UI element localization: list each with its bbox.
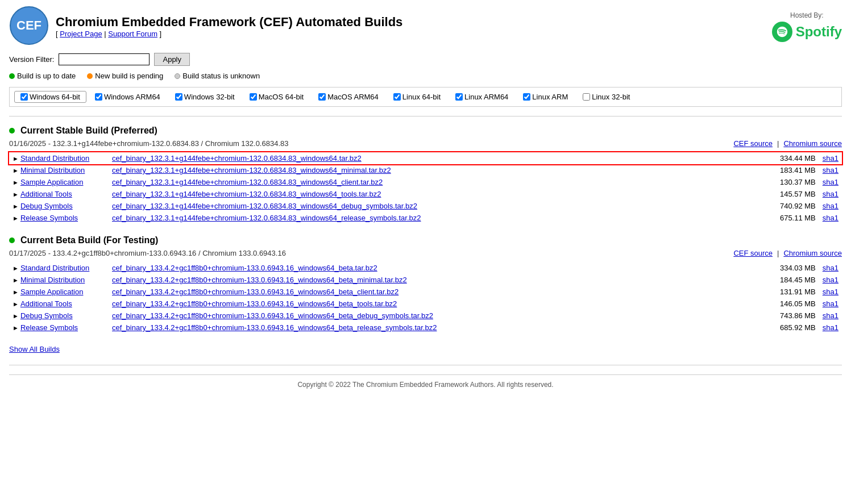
platform-tab-winarm64[interactable]: Windows ARM64: [89, 91, 167, 103]
stable-source-separator: |: [777, 139, 779, 148]
row-file-beta-minimal: cef_binary_133.4.2+gc1ff8b0+chromium-133…: [109, 274, 768, 286]
legend-uptodate: Build is up to date: [9, 72, 76, 80]
version-filter-input[interactable]: [59, 53, 150, 65]
version-filter-row: Version Filter: Apply: [9, 53, 842, 66]
table-row-beta-tools: ►Additional Toolscef_binary_133.4.2+gc1f…: [9, 298, 842, 310]
file-link-stable-debug[interactable]: cef_binary_132.3.1+g144febe+chromium-132…: [112, 202, 417, 210]
row-sha-stable-standard: sha1: [819, 152, 842, 164]
sha-link-beta-tools[interactable]: sha1: [823, 299, 838, 308]
platform-checkbox-winarm64[interactable]: [95, 93, 102, 101]
stable-cef-source-link[interactable]: CEF source: [733, 139, 773, 148]
footer-text: Copyright © 2022 The Chromium Embedded F…: [297, 381, 553, 389]
row-sha-beta-tools: sha1: [819, 298, 842, 310]
row-label-beta-debug: ►Debug Symbols: [9, 310, 109, 322]
platform-checkbox-linux64[interactable]: [393, 93, 401, 101]
row-file-stable-debug: cef_binary_132.3.1+g144febe+chromium-132…: [109, 200, 768, 212]
beta-status-dot: [9, 238, 15, 243]
show-all-builds-link[interactable]: Show All Builds: [9, 345, 60, 353]
platform-tab-label-win64: Windows 64-bit: [30, 93, 80, 101]
beta-cef-source-link[interactable]: CEF source: [733, 249, 773, 257]
platform-tab-label-macos64: MacOS 64-bit: [259, 93, 304, 101]
platform-tab-macosarm64[interactable]: MacOS ARM64: [312, 91, 385, 103]
platform-tab-label-win32: Windows 32-bit: [184, 93, 235, 101]
beta-section-title: Current Beta Build (For Testing): [9, 235, 842, 245]
sha-link-beta-sample[interactable]: sha1: [823, 288, 838, 296]
header-left: CEF Chromium Embedded Framework (CEF) Au…: [9, 6, 402, 47]
sha-link-beta-debug[interactable]: sha1: [823, 311, 838, 320]
platform-checkbox-linuxarm64[interactable]: [455, 93, 463, 101]
sha-link-stable-debug[interactable]: sha1: [823, 202, 838, 210]
table-row-stable-release: ►Release Symbolscef_binary_132.3.1+g144f…: [9, 212, 842, 224]
row-sha-beta-minimal: sha1: [819, 274, 842, 286]
table-row-stable-sample: ►Sample Applicationcef_binary_132.3.1+g1…: [9, 176, 842, 188]
platform-checkbox-linux32[interactable]: [583, 93, 590, 101]
file-link-beta-sample[interactable]: cef_binary_133.4.2+gc1ff8b0+chromium-133…: [112, 288, 398, 296]
row-label-beta-tools: ►Additional Tools: [9, 298, 109, 310]
platform-checkbox-macos64[interactable]: [250, 93, 257, 101]
row-label-stable-tools: ►Additional Tools: [9, 188, 109, 200]
sha-link-stable-sample[interactable]: sha1: [823, 178, 838, 186]
platform-tab-linuxarm64[interactable]: Linux ARM64: [449, 91, 514, 103]
hosted-by-label: Hosted By:: [772, 11, 842, 19]
stable-subtitle: 01/16/2025 - 132.3.1+g144febe+chromium-1…: [9, 139, 842, 148]
row-sha-beta-debug: sha1: [819, 310, 842, 322]
sha-link-stable-release[interactable]: sha1: [823, 214, 838, 222]
sha-link-stable-standard[interactable]: sha1: [823, 154, 838, 163]
sha-link-stable-tools[interactable]: sha1: [823, 190, 838, 198]
row-size-beta-tools: 146.05 MB: [768, 298, 819, 310]
platform-tab-linux64[interactable]: Linux 64-bit: [387, 91, 447, 103]
row-label-beta-sample: ►Sample Application: [9, 286, 109, 298]
platform-tab-linux32[interactable]: Linux 32-bit: [576, 91, 636, 103]
platform-tab-linuxarm[interactable]: Linux ARM: [517, 91, 574, 103]
sha-link-beta-release[interactable]: sha1: [823, 323, 838, 332]
file-link-stable-sample[interactable]: cef_binary_132.3.1+g144febe+chromium-132…: [112, 178, 383, 186]
file-link-beta-minimal[interactable]: cef_binary_133.4.2+gc1ff8b0+chromium-133…: [112, 276, 407, 284]
sha-link-stable-minimal[interactable]: sha1: [823, 166, 838, 174]
sha-link-beta-standard[interactable]: sha1: [823, 264, 838, 272]
project-page-link[interactable]: Project Page: [60, 30, 102, 38]
row-file-beta-release: cef_binary_133.4.2+gc1ff8b0+chromium-133…: [109, 322, 768, 334]
platform-tab-win32[interactable]: Windows 32-bit: [169, 91, 241, 103]
svg-text:CEF: CEF: [16, 18, 41, 32]
spotify-label: Spotify: [796, 24, 842, 40]
page-title: Chromium Embedded Framework (CEF) Automa…: [56, 15, 402, 30]
stable-status-dot: [9, 128, 15, 134]
cef-logo: CEF: [9, 6, 49, 47]
page-header: CEF Chromium Embedded Framework (CEF) Au…: [9, 6, 842, 47]
row-size-beta-minimal: 184.45 MB: [768, 274, 819, 286]
beta-title-text: Current Beta Build (For Testing): [20, 235, 158, 245]
platform-checkbox-macosarm64[interactable]: [318, 93, 326, 101]
file-link-beta-debug[interactable]: cef_binary_133.4.2+gc1ff8b0+chromium-133…: [112, 311, 433, 320]
table-row-beta-sample: ►Sample Applicationcef_binary_133.4.2+gc…: [9, 286, 842, 298]
file-link-stable-standard[interactable]: cef_binary_132.3.1+g144febe+chromium-132…: [112, 154, 362, 163]
spotify-logo: Spotify: [772, 22, 842, 42]
sha-link-beta-minimal[interactable]: sha1: [823, 276, 838, 284]
platform-checkbox-win64[interactable]: [20, 93, 28, 101]
stable-chromium-source-link[interactable]: Chromium source: [783, 139, 842, 148]
platform-tab-win64[interactable]: Windows 64-bit: [14, 91, 86, 103]
row-label-stable-release: ►Release Symbols: [9, 212, 109, 224]
row-file-stable-sample: cef_binary_132.3.1+g144febe+chromium-132…: [109, 176, 768, 188]
platform-checkbox-linuxarm[interactable]: [523, 93, 530, 101]
file-link-stable-release[interactable]: cef_binary_132.3.1+g144febe+chromium-132…: [112, 214, 421, 222]
row-file-stable-standard: cef_binary_132.3.1+g144febe+chromium-132…: [109, 152, 768, 164]
file-link-beta-tools[interactable]: cef_binary_133.4.2+gc1ff8b0+chromium-133…: [112, 299, 397, 308]
row-sha-beta-standard: sha1: [819, 262, 842, 274]
file-link-stable-minimal[interactable]: cef_binary_132.3.1+g144febe+chromium-132…: [112, 166, 391, 174]
file-link-beta-release[interactable]: cef_binary_133.4.2+gc1ff8b0+chromium-133…: [112, 323, 437, 332]
file-link-stable-tools[interactable]: cef_binary_132.3.1+g144febe+chromium-132…: [112, 190, 381, 198]
stable-section-title: Current Stable Build (Preferred): [9, 126, 842, 136]
row-size-stable-sample: 130.37 MB: [768, 176, 819, 188]
platform-checkbox-win32[interactable]: [175, 93, 182, 101]
platform-tab-macos64[interactable]: MacOS 64-bit: [243, 91, 310, 103]
table-row-beta-standard: ►Standard Distributioncef_binary_133.4.2…: [9, 262, 842, 274]
row-file-beta-standard: cef_binary_133.4.2+gc1ff8b0+chromium-133…: [109, 262, 768, 274]
support-forum-link[interactable]: Support Forum: [108, 30, 157, 38]
beta-chromium-source-link[interactable]: Chromium source: [783, 249, 842, 257]
row-label-beta-minimal: ►Minimal Distribution: [9, 274, 109, 286]
file-link-beta-standard[interactable]: cef_binary_133.4.2+gc1ff8b0+chromium-133…: [112, 264, 377, 272]
row-size-beta-release: 685.92 MB: [768, 322, 819, 334]
apply-button[interactable]: Apply: [154, 53, 190, 66]
row-sha-stable-debug: sha1: [819, 200, 842, 212]
stable-title-text: Current Stable Build (Preferred): [20, 126, 157, 136]
